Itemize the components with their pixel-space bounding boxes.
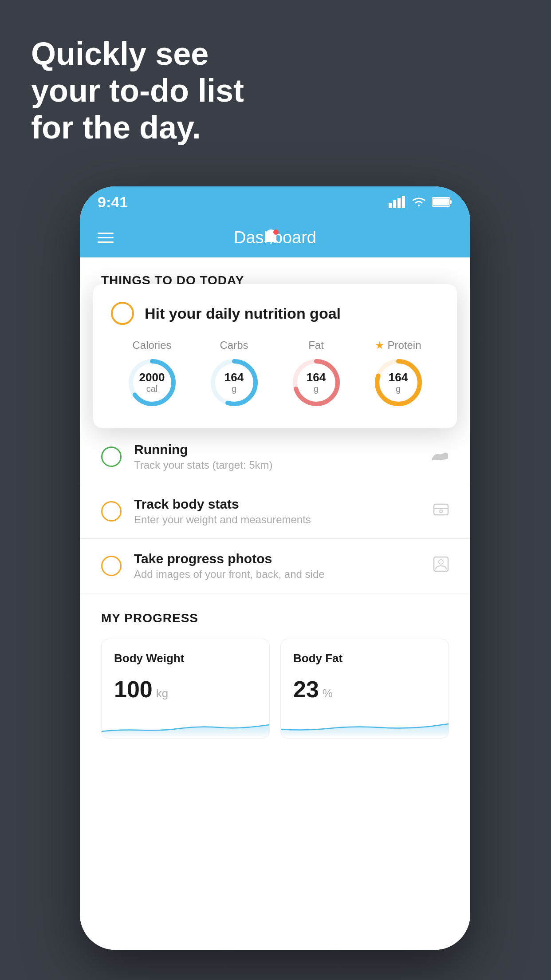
nutrition-check-circle[interactable] bbox=[111, 302, 134, 325]
content-area: THINGS TO DO TODAY Hit your daily nutrit… bbox=[80, 257, 470, 950]
hamburger-menu[interactable] bbox=[98, 233, 114, 243]
calories-ring: 2000 cal bbox=[126, 357, 178, 408]
body-weight-unit: kg bbox=[156, 687, 168, 700]
battery-icon bbox=[432, 197, 453, 207]
svg-rect-0 bbox=[389, 203, 392, 208]
todo-title-photos: Take progress photos bbox=[134, 551, 421, 566]
todo-title-running: Running bbox=[134, 442, 419, 457]
svg-point-18 bbox=[440, 510, 442, 513]
nav-bar: Dashboard bbox=[80, 217, 470, 257]
body-fat-unit: % bbox=[323, 687, 333, 700]
todo-list: Running Track your stats (target: 5km) T… bbox=[80, 430, 470, 593]
svg-rect-1 bbox=[393, 200, 396, 208]
fat-ring: 164 g bbox=[291, 357, 342, 408]
calories-label: Calories bbox=[132, 339, 171, 352]
scale-icon bbox=[433, 502, 449, 522]
phone-mockup: 9:41 D bbox=[80, 186, 470, 950]
carbs-unit: g bbox=[224, 384, 244, 394]
todo-title-body-stats: Track body stats bbox=[134, 497, 421, 512]
hero-line1: Quickly see bbox=[31, 36, 244, 72]
signal-icon bbox=[389, 196, 405, 208]
body-fat-card[interactable]: Body Fat 23 % bbox=[280, 639, 449, 739]
hero-line2: your to-do list bbox=[31, 72, 244, 109]
todo-item-photos[interactable]: Take progress photos Add images of your … bbox=[80, 539, 470, 593]
hero-text: Quickly see your to-do list for the day. bbox=[31, 36, 244, 146]
progress-heading: MY PROGRESS bbox=[101, 611, 449, 625]
star-icon: ★ bbox=[375, 339, 385, 352]
carbs-ring: 164 g bbox=[209, 357, 260, 408]
body-weight-card[interactable]: Body Weight 100 kg bbox=[101, 639, 270, 739]
svg-rect-5 bbox=[450, 200, 452, 204]
svg-point-7 bbox=[273, 229, 279, 235]
carbs-item: Carbs 164 g bbox=[209, 339, 260, 408]
svg-rect-6 bbox=[433, 198, 449, 205]
fat-unit: g bbox=[307, 384, 326, 394]
calories-unit: cal bbox=[139, 384, 165, 394]
body-fat-chart bbox=[281, 711, 449, 738]
carbs-value: 164 bbox=[224, 371, 244, 384]
svg-point-20 bbox=[439, 560, 443, 564]
todo-circle-running bbox=[101, 447, 122, 467]
body-weight-title: Body Weight bbox=[114, 652, 257, 665]
hero-line3: for the day. bbox=[31, 109, 244, 146]
body-weight-chart bbox=[102, 711, 269, 738]
status-bar: 9:41 bbox=[80, 186, 470, 217]
status-icons bbox=[389, 196, 453, 208]
todo-text-photos: Take progress photos Add images of your … bbox=[134, 551, 421, 581]
protein-ring: 164 g bbox=[373, 357, 424, 408]
todo-sub-photos: Add images of your front, back, and side bbox=[134, 568, 421, 581]
todo-item-body-stats[interactable]: Track body stats Enter your weight and m… bbox=[80, 484, 470, 539]
bell-icon bbox=[261, 228, 281, 247]
wifi-icon bbox=[411, 196, 427, 208]
protein-value: 164 bbox=[389, 371, 408, 384]
nutrition-card[interactable]: Hit your daily nutrition goal Calories 2… bbox=[93, 284, 457, 428]
todo-circle-photos bbox=[101, 556, 122, 576]
progress-cards: Body Weight 100 kg bbox=[101, 639, 449, 739]
nutrition-circles: Calories 2000 cal Carbs bbox=[111, 339, 439, 408]
body-weight-value: 100 bbox=[114, 676, 153, 703]
status-time: 9:41 bbox=[98, 194, 128, 211]
svg-rect-2 bbox=[398, 198, 401, 208]
todo-text-running: Running Track your stats (target: 5km) bbox=[134, 442, 419, 471]
protein-item: ★ Protein 164 g bbox=[373, 339, 424, 408]
todo-text-body-stats: Track body stats Enter your weight and m… bbox=[134, 497, 421, 526]
todo-sub-body-stats: Enter your weight and measurements bbox=[134, 514, 421, 526]
person-icon bbox=[433, 556, 449, 576]
svg-rect-3 bbox=[402, 196, 405, 208]
calories-item: Calories 2000 cal bbox=[126, 339, 178, 408]
carbs-label: Carbs bbox=[220, 339, 248, 352]
fat-value: 164 bbox=[307, 371, 326, 384]
todo-circle-body-stats bbox=[101, 501, 122, 522]
nutrition-card-title: Hit your daily nutrition goal bbox=[145, 305, 341, 322]
calories-value: 2000 bbox=[139, 371, 165, 384]
todo-item-running[interactable]: Running Track your stats (target: 5km) bbox=[80, 430, 470, 484]
fat-label: Fat bbox=[308, 339, 324, 352]
body-fat-title: Body Fat bbox=[293, 652, 436, 665]
running-shoe-icon bbox=[431, 447, 449, 466]
fat-item: Fat 164 g bbox=[291, 339, 342, 408]
todo-sub-running: Track your stats (target: 5km) bbox=[134, 459, 419, 471]
body-fat-value: 23 bbox=[293, 676, 319, 703]
protein-unit: g bbox=[389, 384, 408, 394]
protein-label: ★ Protein bbox=[375, 339, 421, 352]
progress-section: MY PROGRESS Body Weight 100 kg bbox=[80, 593, 470, 756]
